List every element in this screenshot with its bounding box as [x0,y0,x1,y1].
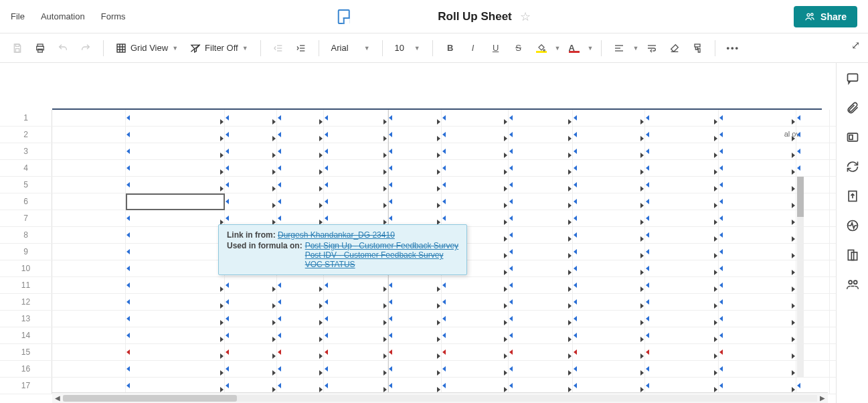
grid-cell[interactable] [225,294,277,310]
grid-cell[interactable] [126,110,225,126]
underline-icon[interactable]: U [487,39,505,58]
grid-cell[interactable] [52,160,126,176]
grid-cell[interactable] [324,193,388,210]
favorite-star-icon[interactable]: ☆ [520,9,531,24]
grid-cell[interactable] [509,244,573,260]
grid-cell[interactable] [573,143,645,159]
grid-cell[interactable] [719,294,796,310]
row-number[interactable]: 13 [0,311,52,327]
grid-cell[interactable] [573,277,645,293]
grid-cell[interactable] [573,244,645,260]
grid-cell[interactable] [509,110,573,126]
horizontal-scrollbar[interactable]: ◀ ▶ [52,392,828,403]
strike-icon[interactable]: S [509,39,528,58]
grid-cell[interactable] [573,210,645,226]
row-number[interactable]: 6 [0,193,52,210]
clear-format-icon[interactable] [665,39,684,58]
grid-cell[interactable] [324,344,388,360]
grid-cell[interactable] [509,361,573,377]
grid-cell[interactable] [509,210,573,226]
grid-cell[interactable] [719,110,796,126]
tooltip-formula-link[interactable]: Post Sign Up - Customer Feedback Survey [305,241,458,250]
grid-cell[interactable] [52,227,126,243]
grid-cell[interactable] [388,361,442,377]
grid-cell[interactable] [277,177,324,193]
grid-cell[interactable] [388,294,442,310]
grid-cell[interactable] [52,244,126,260]
grid-cell[interactable] [324,361,388,377]
size-dropdown[interactable]: 10 ▼ [391,40,424,56]
grid-cell[interactable] [225,277,277,293]
grid-cell[interactable] [442,361,509,377]
grid-cell[interactable] [796,110,830,126]
grid-cell[interactable] [225,327,277,343]
grid-cell[interactable] [645,361,719,377]
grid-cell[interactable] [324,127,388,143]
grid-cell[interactable] [645,210,719,226]
grid-cell[interactable] [645,260,719,276]
grid-cell[interactable] [796,143,830,159]
grid-cell[interactable] [645,110,719,126]
grid-cell[interactable] [645,311,719,327]
grid-cell[interactable] [277,143,324,159]
row-number[interactable]: 9 [0,244,52,260]
grid-cell[interactable] [573,260,645,276]
grid-cell[interactable] [324,294,388,310]
grid-cell[interactable] [225,193,277,210]
grid-cell[interactable] [442,127,509,143]
redo-icon[interactable] [76,39,95,58]
grid-cell[interactable] [225,127,277,143]
scroll-left-icon[interactable]: ◀ [52,394,63,402]
grid-cell[interactable] [645,127,719,143]
row-number[interactable]: 14 [0,327,52,343]
grid-cell[interactable] [52,110,126,126]
share-button[interactable]: Share [794,6,857,27]
grid-cell[interactable] [719,260,796,276]
scroll-right-icon[interactable]: ▶ [817,394,828,402]
grid-cell[interactable] [126,160,225,176]
indent-icon[interactable] [292,39,311,58]
grid-cell[interactable] [324,277,388,293]
grid-cell[interactable] [52,210,126,226]
grid-cell[interactable] [388,177,442,193]
grid-cell[interactable] [796,378,830,394]
grid-cell[interactable] [509,193,573,210]
grid-cell[interactable] [126,210,225,226]
grid-cell[interactable] [509,344,573,360]
grid-cell[interactable] [442,327,509,343]
italic-icon[interactable]: I [464,39,483,58]
grid-cell[interactable] [509,327,573,343]
grid-cell[interactable] [442,378,509,394]
grid-cell[interactable] [719,277,796,293]
grid-cell[interactable] [719,160,796,176]
grid-cell[interactable] [52,127,126,143]
grid-cell[interactable] [324,378,388,394]
grid-cell[interactable] [52,277,126,293]
format-painter-icon[interactable] [688,39,707,58]
grid-cell[interactable] [509,177,573,193]
grid-cell[interactable] [126,127,225,143]
grid-cell[interactable] [324,327,388,343]
row-number[interactable]: 2 [0,127,52,143]
grid-cell[interactable] [277,127,324,143]
grid-cell[interactable] [442,294,509,310]
grid-cell[interactable] [645,177,719,193]
grid-cell[interactable] [225,160,277,176]
view-dropdown[interactable]: Grid View ▼ [112,40,182,56]
outdent-icon[interactable] [269,39,288,58]
grid-cell[interactable] [442,110,509,126]
grid-cell[interactable] [573,327,645,343]
grid-cell[interactable] [719,127,796,143]
grid-cell[interactable] [277,378,324,394]
grid-cell[interactable] [573,344,645,360]
grid-cell[interactable] [277,110,324,126]
grid-cell[interactable] [324,177,388,193]
grid-row[interactable]: 15 [0,344,836,361]
grid-cell[interactable] [225,177,277,193]
grid-cell[interactable] [573,193,645,210]
tooltip-formula-link[interactable]: VOC STATUS [305,260,355,269]
column-header-band[interactable] [52,67,822,110]
publish-icon[interactable] [845,189,860,204]
grid-cell[interactable] [573,177,645,193]
grid-area[interactable]: al ov 1234567891011121314151617 Link in … [0,63,836,403]
